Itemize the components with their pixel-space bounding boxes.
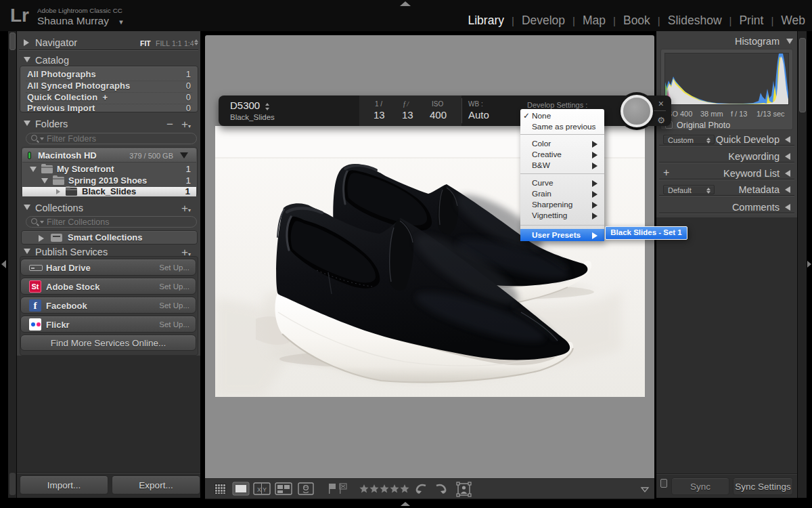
svg-text:Y: Y <box>263 486 267 493</box>
svg-text:X: X <box>257 486 261 493</box>
